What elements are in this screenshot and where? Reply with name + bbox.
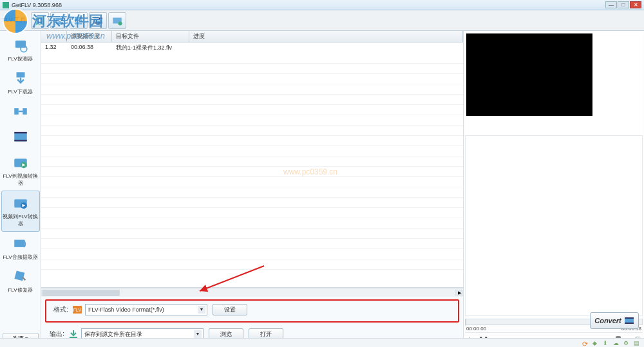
- sidebar-item-label: FLV修复器: [8, 286, 32, 294]
- preview-area: [465, 32, 643, 135]
- app-icon: [3, 2, 9, 8]
- sidebar-item-capture[interactable]: [1, 99, 40, 125]
- sidebar: FLV探测器 FLV下载器 FLV到视频转换器 视频到FLV转换器 FLV音频提…: [0, 31, 41, 347]
- status-bar: ⟳ ◆ ⬇ ☁ ⚙ ▤: [0, 338, 644, 347]
- svg-point-7: [118, 21, 122, 25]
- toolbar-remove-button[interactable]: [50, 12, 68, 29]
- svg-rect-15: [14, 140, 27, 141]
- toolbar-clip-button[interactable]: [89, 12, 107, 29]
- sidebar-item-label: FLV到视频转换器: [1, 173, 40, 187]
- svg-rect-14: [14, 132, 27, 133]
- center-panel: 源视频长度 目标文件 进度 1.32 00:06:38 我的1-1裸录件1.32…: [41, 31, 464, 347]
- status-icon-notify[interactable]: ⟳: [582, 340, 589, 346]
- status-icon-3[interactable]: ☁: [613, 340, 620, 346]
- toolbar-edit-button[interactable]: [108, 12, 126, 29]
- sidebar-item-label: FLV音频提取器: [3, 254, 37, 261]
- status-icon-5[interactable]: ▤: [634, 340, 640, 346]
- preview-blank-area: [465, 135, 643, 316]
- horizontal-scrollbar[interactable]: ◀ ▶: [41, 288, 463, 297]
- list-col-target[interactable]: 目标文件: [112, 31, 189, 42]
- window-title: GetFLV 9.3058.968: [12, 2, 62, 8]
- sidebar-item-label: 视频到FLV转换器: [2, 213, 39, 227]
- format-row-highlight: 格式: FLV FLV-Flash Video Format(*.flv) ▼ …: [45, 299, 459, 323]
- svg-rect-11: [14, 108, 19, 115]
- svg-rect-12: [23, 108, 27, 115]
- list-col-duration[interactable]: 源视频长度: [67, 31, 112, 42]
- sidebar-item-label: FLV探测器: [8, 55, 32, 62]
- list-col-progress[interactable]: 进度: [189, 31, 463, 42]
- preview-panel: 00:00:00 00:06:38 ▶ ❚❚ ■ 🔊: [464, 31, 644, 347]
- maximize-button[interactable]: □: [618, 1, 629, 8]
- sidebar-item-audio-extractor[interactable]: FLV音频提取器: [1, 232, 40, 265]
- video-preview[interactable]: [466, 33, 592, 116]
- sidebar-item-flv-downloader[interactable]: FLV下载器: [1, 66, 40, 99]
- list-row[interactable]: 1.32 00:06:38 我的1-1裸录件1.32.flv: [41, 42, 463, 53]
- format-combo[interactable]: FLV-Flash Video Format(*.flv) ▼: [85, 304, 207, 315]
- toolbar: FLV 工具: [0, 10, 644, 31]
- svg-rect-21: [14, 270, 24, 281]
- sidebar-item-flv-to-video[interactable]: FLV到视频转换器: [1, 151, 40, 191]
- time-current: 00:00:00: [466, 326, 486, 332]
- close-button[interactable]: ✕: [630, 1, 641, 8]
- toolbar-section-label: FLV 工具: [3, 16, 26, 24]
- svg-rect-27: [625, 317, 634, 319]
- minimize-button[interactable]: —: [605, 1, 617, 8]
- sidebar-item-flv-detector[interactable]: FLV探测器: [1, 33, 40, 66]
- chevron-down-icon: ▼: [194, 330, 202, 338]
- sidebar-item-flv-player[interactable]: [1, 125, 40, 151]
- svg-rect-4: [94, 17, 103, 19]
- status-icon-2[interactable]: ⬇: [603, 340, 609, 346]
- sidebar-item-label: FLV下载器: [8, 88, 32, 95]
- svg-rect-28: [625, 323, 634, 324]
- format-icon: FLV: [72, 305, 82, 315]
- convert-icon: [624, 315, 634, 326]
- list-col-index[interactable]: [41, 31, 67, 42]
- toolbar-clear-button[interactable]: [70, 12, 88, 29]
- list-body[interactable]: 1.32 00:06:38 我的1-1裸录件1.32.flv: [41, 42, 463, 288]
- toolbar-add-file-button[interactable]: [31, 12, 49, 29]
- list-header: 源视频长度 目标文件 进度: [41, 31, 463, 42]
- chevron-down-icon: ▼: [198, 306, 205, 314]
- sidebar-item-flv-fixer[interactable]: FLV修复器: [1, 265, 40, 297]
- status-icon-4[interactable]: ⚙: [623, 340, 630, 346]
- svg-text:FLV: FLV: [73, 308, 82, 312]
- sidebar-item-video-to-flv[interactable]: 视频到FLV转换器: [1, 191, 40, 232]
- svg-rect-10: [16, 72, 24, 77]
- settings-button[interactable]: 设置: [213, 304, 247, 315]
- title-bar: GetFLV 9.3058.968 — □ ✕: [0, 0, 644, 10]
- svg-rect-5: [94, 23, 103, 24]
- convert-button[interactable]: Convert: [590, 312, 639, 329]
- format-label: 格式:: [49, 305, 68, 314]
- svg-rect-8: [15, 41, 25, 48]
- svg-rect-20: [14, 240, 24, 247]
- output-label: 输出:: [45, 330, 64, 339]
- status-icon-1[interactable]: ◆: [592, 340, 599, 346]
